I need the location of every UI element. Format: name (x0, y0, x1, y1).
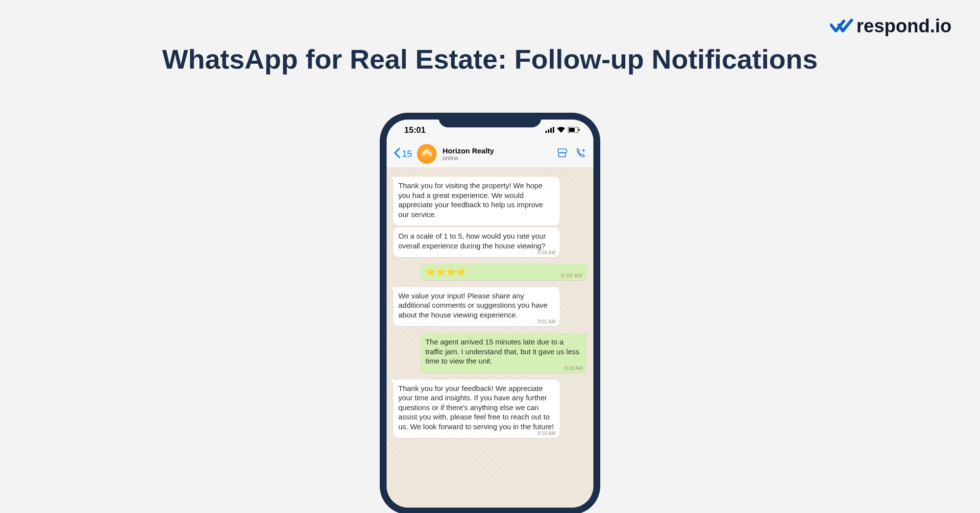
wifi-icon (557, 125, 565, 135)
outgoing-message[interactable]: The agent arrived 15 minutes late due to… (420, 333, 587, 373)
message-text: ⭐⭐⭐⭐ (425, 268, 466, 276)
message-time: 9:01 AM (538, 318, 556, 325)
incoming-message[interactable]: Thank you for your feedback! We apprecia… (393, 380, 560, 439)
message-group: Thank you for your feedback! We apprecia… (393, 380, 587, 439)
message-group: ⭐⭐⭐⭐ 9:00 AM (393, 264, 587, 280)
svg-rect-6 (579, 129, 580, 131)
brand-logo: respond.io (830, 16, 952, 37)
message-time: 8:59 AM (538, 249, 556, 256)
incoming-message[interactable]: On a scale of 1 to 5, how would you rate… (393, 227, 560, 257)
svg-rect-5 (569, 128, 575, 132)
phone-plus-icon (575, 147, 587, 159)
phone-screen: 15:01 15 (387, 120, 593, 508)
message-text: On a scale of 1 to 5, how would you rate… (398, 232, 546, 250)
phone-frame: 15:01 15 (380, 113, 600, 513)
message-text: Thank you for your feedback! We apprecia… (398, 384, 554, 431)
chat-body[interactable]: Thank you for visiting the property! We … (387, 168, 593, 508)
message-group: We value your input! Please share any ad… (393, 287, 587, 327)
brand-checkmarks-icon (830, 18, 854, 35)
svg-rect-1 (548, 129, 549, 133)
svg-rect-0 (545, 131, 547, 133)
storefront-icon (556, 147, 568, 159)
message-group: Thank you for visiting the property! We … (393, 177, 587, 257)
catalog-button[interactable] (556, 147, 568, 161)
contact-info[interactable]: Horizon Realty online (442, 147, 549, 162)
message-text: We value your input! Please share any ad… (398, 292, 547, 319)
phone-notch (439, 113, 541, 127)
svg-rect-3 (553, 127, 554, 133)
cellular-icon (545, 125, 554, 135)
contact-status: online (442, 155, 549, 162)
message-time: 9:10 AM (564, 365, 583, 371)
status-time: 15:01 (404, 125, 425, 135)
outgoing-message[interactable]: ⭐⭐⭐⭐ 9:00 AM (420, 264, 587, 280)
contact-name: Horizon Realty (442, 147, 549, 155)
battery-icon (568, 125, 580, 135)
message-text: Thank you for visiting the property! We … (398, 181, 543, 219)
back-button[interactable]: 15 (393, 147, 412, 161)
message-text: The agent arrived 15 minutes late due to… (425, 338, 579, 365)
message-time: 9:10 AM (538, 430, 556, 437)
page-title: WhatsApp for Real Estate: Follow-up Noti… (0, 43, 980, 75)
house-icon (421, 148, 433, 160)
incoming-message[interactable]: Thank you for visiting the property! We … (393, 177, 560, 226)
svg-rect-2 (550, 128, 552, 133)
message-time: 9:00 AM (561, 272, 583, 279)
contact-avatar[interactable] (417, 144, 437, 164)
call-button[interactable] (575, 147, 587, 161)
chevron-left-icon (393, 147, 400, 161)
brand-text: respond.io (857, 16, 952, 37)
incoming-message[interactable]: We value your input! Please share any ad… (393, 287, 560, 327)
back-count: 15 (402, 148, 412, 159)
message-group: The agent arrived 15 minutes late due to… (393, 333, 587, 373)
chat-header: 15 Horizon Realty online (387, 141, 593, 168)
